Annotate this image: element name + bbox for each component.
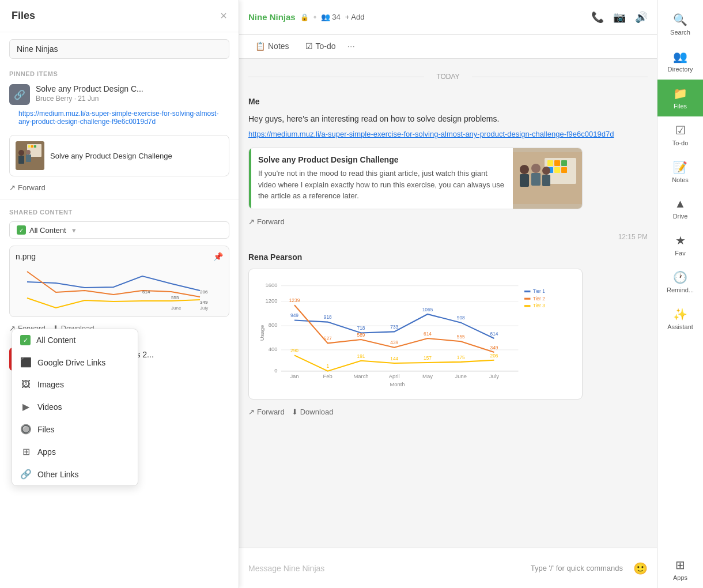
notes-tab-icon: 📋: [255, 42, 265, 51]
svg-text:June: June: [171, 306, 182, 311]
svg-point-12: [542, 167, 550, 175]
dropdown-item-files[interactable]: 🔘 Files: [12, 418, 138, 440]
filter-button[interactable]: ✓ All Content ▾: [9, 221, 229, 239]
fav-icon: ★: [675, 233, 686, 247]
assistant-icon: ✨: [673, 307, 687, 321]
svg-text:Jan: Jan: [290, 373, 298, 379]
svg-text:1600: 1600: [266, 281, 278, 288]
dropdown-item-label: Files: [37, 425, 55, 434]
message-sender: Me: [248, 97, 648, 106]
voice-call-icon[interactable]: 📞: [591, 11, 604, 24]
pinned-item-link-url[interactable]: https://medium.muz.li/a-super-simple-exe…: [9, 110, 229, 126]
pinned-card[interactable]: Solve any Product Design Challenge: [9, 135, 229, 176]
dropdown-item-videos[interactable]: ▶ Videos: [12, 395, 138, 418]
svg-text:July: July: [489, 373, 499, 379]
svg-rect-67: [18, 156, 24, 164]
main-content: Nine Ninjas 🔒 • 👥 34 + Add 📞 📷 🔊 📋 Notes…: [239, 0, 657, 588]
chat-body: TODAY Me Hey guys, here's an interesting…: [239, 59, 657, 548]
members-info: 👥 34: [321, 13, 340, 21]
forward-button-pinned[interactable]: ↗ Forward: [0, 181, 239, 194]
images-icon: 🖼: [20, 379, 32, 390]
pinned-link-icon: 🔗: [9, 84, 30, 105]
filter-dropdown: ✓ All Content ⬛ Google Drive Links 🖼 Ima…: [12, 329, 138, 486]
sidebar-item-label: Directory: [667, 66, 693, 73]
audio-icon[interactable]: 🔊: [635, 11, 648, 24]
download-icon: ⬇: [292, 408, 298, 416]
svg-text:439: 439: [390, 340, 398, 345]
svg-text:1: 1: [326, 363, 329, 369]
svg-text:191: 191: [357, 353, 365, 359]
svg-text:918: 918: [324, 314, 332, 320]
more-tabs-button[interactable]: ···: [347, 42, 355, 52]
svg-text:614: 614: [142, 289, 150, 295]
dropdown-item-drive-links[interactable]: ⬛ Google Drive Links: [12, 351, 138, 374]
sidebar-item-remind[interactable]: 🕐 Remind...: [657, 263, 703, 300]
sidebar-item-apps[interactable]: ⊞ Apps: [657, 551, 703, 588]
sidebar-item-drive[interactable]: ▲ Drive: [657, 190, 703, 227]
sidebar-item-label: Assistant: [667, 323, 693, 330]
todo-tab-icon: ☑: [305, 42, 313, 51]
usage-chart: 1600 1200 800 400 0 Usage: [258, 278, 573, 387]
files-search-input[interactable]: [9, 39, 229, 59]
sidebar-item-label: To-do: [672, 140, 689, 146]
pinned-card-image: [16, 141, 44, 170]
emoji-button[interactable]: 🙂: [633, 561, 648, 575]
svg-text:614: 614: [424, 330, 432, 336]
svg-rect-6: [554, 167, 560, 173]
svg-text:1239: 1239: [289, 297, 300, 303]
tab-notes[interactable]: 📋 Notes: [248, 37, 296, 56]
svg-text:June: June: [455, 373, 467, 379]
message-time: 12:15 PM: [248, 233, 648, 241]
video-call-icon[interactable]: 📷: [613, 11, 626, 24]
message-link[interactable]: https://medium.muz.li/a-super-simple-exe…: [248, 130, 648, 138]
sidebar-item-label: Fav: [675, 250, 685, 257]
filter-label: All Content: [29, 226, 66, 235]
preview-body: Solve any Product Design Challenge If yo…: [251, 148, 513, 209]
sidebar-item-notes[interactable]: 📝 Notes: [657, 153, 703, 190]
svg-rect-55: [524, 291, 531, 292]
sidebar-item-files[interactable]: 📁 Files: [657, 80, 703, 116]
people-board-svg: [513, 152, 582, 204]
forward-icon-pinned: ↗: [9, 183, 16, 192]
sidebar-item-directory[interactable]: 👥 Directory: [657, 43, 703, 80]
pinned-item-link: 🔗 Solve any Product Design C... Bruce Be…: [0, 80, 239, 130]
section-divider: [0, 199, 239, 199]
sidebar-item-fav[interactable]: ★ Fav: [657, 227, 703, 263]
shared-file-item: n.png 📌 614 555 349 206 June July: [9, 246, 229, 317]
download-button-rena[interactable]: ⬇ Download: [292, 408, 334, 416]
dropdown-item-all-content[interactable]: ✓ All Content: [12, 329, 138, 351]
add-member-button[interactable]: + Add: [345, 13, 365, 21]
mini-chart: 614 555 349 206 June July: [16, 265, 223, 311]
forward-button-me[interactable]: ↗ Forward: [248, 217, 285, 226]
pinned-item-name: Solve any Product Design C...: [36, 84, 229, 93]
svg-text:589: 589: [357, 331, 365, 337]
sidebar-item-assistant[interactable]: ✨ Assistant: [657, 300, 703, 337]
svg-text:206: 206: [200, 289, 208, 295]
notes-tab-label: Notes: [268, 42, 289, 51]
files-close-button[interactable]: ×: [220, 9, 227, 22]
svg-text:614: 614: [490, 330, 498, 336]
sidebar-item-todo[interactable]: ☑ To-do: [657, 116, 703, 153]
tab-todo[interactable]: ☑ To-do: [298, 37, 343, 56]
svg-text:157: 157: [424, 355, 432, 360]
drive-links-icon: ⬛: [20, 357, 32, 368]
dropdown-item-images[interactable]: 🖼 Images: [12, 374, 138, 395]
dropdown-item-label: Videos: [37, 402, 62, 412]
svg-text:April: April: [389, 373, 400, 379]
message-input[interactable]: [248, 564, 525, 573]
pinned-item-meta: Bruce Berry · 21 Jun: [36, 95, 229, 103]
dropdown-item-other-links[interactable]: 🔗 Other Links: [12, 463, 138, 485]
files-header: Files ×: [0, 0, 239, 32]
svg-text:Usage: Usage: [259, 325, 266, 340]
message-actions-me: ↗ Forward: [248, 217, 648, 226]
dropdown-item-label: Google Drive Links: [37, 358, 105, 367]
message-sender-rena: Rena Pearson: [248, 252, 648, 262]
svg-text:290: 290: [290, 348, 298, 353]
message-group-rena: Rena Pearson 1600 1200 800 400 0 Usage: [248, 252, 648, 416]
drive-icon: ▲: [675, 197, 686, 210]
forward-button-rena[interactable]: ↗ Forward: [248, 408, 285, 416]
files-panel: Files × PINNED ITEMS 🔗 Solve any Product…: [0, 0, 239, 588]
card-thumb: [16, 141, 44, 170]
sidebar-item-search[interactable]: 🔍 Search: [657, 6, 703, 43]
dropdown-item-apps[interactable]: ⊞ Apps: [12, 440, 138, 463]
